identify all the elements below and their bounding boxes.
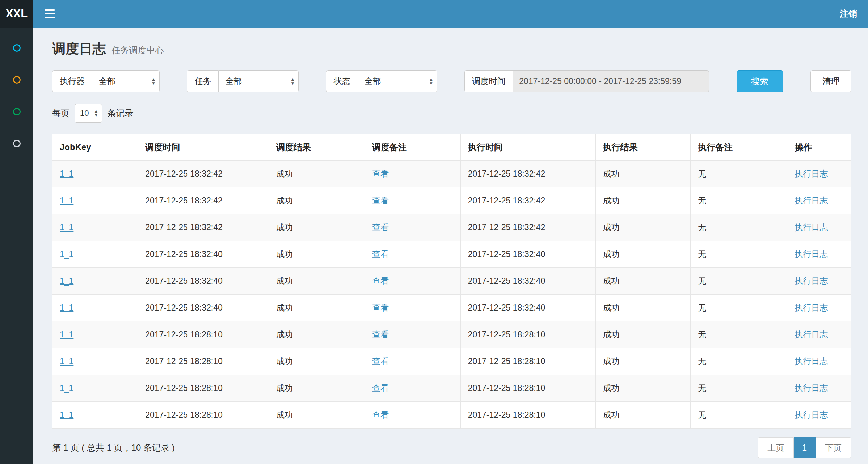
trigger-msg-cell: 查看 xyxy=(365,402,460,429)
trigger-msg-link[interactable]: 查看 xyxy=(372,357,389,366)
col-handle-time: 执行时间 xyxy=(460,134,595,161)
table-row: 1_12017-12-25 18:28:10成功查看2017-12-25 18:… xyxy=(52,348,851,375)
jobkey-link[interactable]: 1_1 xyxy=(60,303,73,312)
trigger-msg-link[interactable]: 查看 xyxy=(372,249,389,259)
page-size-select[interactable]: 10 ▲▼ xyxy=(75,104,102,123)
trigger-time-cell: 2017-12-25 18:28:10 xyxy=(138,375,269,402)
trigger-msg-cell: 查看 xyxy=(365,295,460,321)
exec-log-link[interactable]: 执行日志 xyxy=(795,196,828,205)
table-row: 1_12017-12-25 18:28:10成功查看2017-12-25 18:… xyxy=(52,402,851,429)
page-title: 调度日志 xyxy=(52,41,106,56)
handle-time-cell: 2017-12-25 18:28:10 xyxy=(460,375,595,402)
handle-time-cell: 2017-12-25 18:32:42 xyxy=(460,214,595,241)
job-select[interactable]: 全部 ▲▼ xyxy=(218,70,299,92)
exec-log-link[interactable]: 执行日志 xyxy=(795,410,828,419)
status-select[interactable]: 全部 ▲▼ xyxy=(358,70,437,92)
handle-time-cell: 2017-12-25 18:28:10 xyxy=(460,348,595,375)
trigger-msg-link[interactable]: 查看 xyxy=(372,410,389,419)
action-cell: 执行日志 xyxy=(787,348,851,375)
sidebar-item-4[interactable] xyxy=(0,127,33,159)
trigger-msg-link[interactable]: 查看 xyxy=(372,330,389,339)
jobkey-link[interactable]: 1_1 xyxy=(60,169,73,178)
sidebar-item-1[interactable] xyxy=(0,32,33,64)
sidebar-item-3[interactable] xyxy=(0,96,33,127)
jobkey-link[interactable]: 1_1 xyxy=(60,276,73,286)
table-row: 1_12017-12-25 18:32:42成功查看2017-12-25 18:… xyxy=(52,161,851,187)
item-3-circle-icon xyxy=(13,108,21,115)
exec-log-link[interactable]: 执行日志 xyxy=(795,383,828,393)
exec-log-link[interactable]: 执行日志 xyxy=(795,223,828,232)
trigger-time-filter-group: 调度时间 xyxy=(464,70,709,92)
trigger-msg-cell: 查看 xyxy=(365,321,460,348)
executor-select[interactable]: 全部 ▲▼ xyxy=(92,70,160,92)
jobkey-link[interactable]: 1_1 xyxy=(60,383,73,393)
item-1-circle-icon xyxy=(13,44,21,52)
current-page-button[interactable]: 1 xyxy=(794,437,816,458)
trigger-msg-link[interactable]: 查看 xyxy=(372,276,389,286)
exec-log-link[interactable]: 执行日志 xyxy=(795,169,828,178)
jobkey-cell: 1_1 xyxy=(52,375,138,402)
col-jobkey: JobKey xyxy=(52,134,138,161)
handle-result-cell: 成功 xyxy=(595,268,691,295)
jobkey-cell: 1_1 xyxy=(52,214,138,241)
sidebar-toggle-icon[interactable] xyxy=(43,7,56,20)
exec-log-link[interactable]: 执行日志 xyxy=(795,249,828,259)
action-cell: 执行日志 xyxy=(787,161,851,187)
next-page-button[interactable]: 下页 xyxy=(816,437,851,458)
exec-log-link[interactable]: 执行日志 xyxy=(795,303,828,312)
page-size-value: 10 xyxy=(80,109,89,118)
trigger-msg-cell: 查看 xyxy=(365,348,460,375)
sidebar-item-2[interactable] xyxy=(0,64,33,96)
jobkey-link[interactable]: 1_1 xyxy=(60,410,73,419)
trigger-time-cell: 2017-12-25 18:28:10 xyxy=(138,402,269,429)
logout-link[interactable]: 注销 xyxy=(840,8,857,20)
handle-result-cell: 成功 xyxy=(595,241,691,268)
select-stepper-icon: ▲▼ xyxy=(151,77,156,85)
exec-log-link[interactable]: 执行日志 xyxy=(795,330,828,339)
trigger-time-range-input[interactable] xyxy=(513,70,709,92)
handle-time-cell: 2017-12-25 18:32:42 xyxy=(460,161,595,187)
handle-msg-cell: 无 xyxy=(691,161,787,187)
page-size-suffix: 条记录 xyxy=(107,107,133,119)
jobkey-link[interactable]: 1_1 xyxy=(60,330,73,339)
table-row: 1_12017-12-25 18:28:10成功查看2017-12-25 18:… xyxy=(52,321,851,348)
job-select-value: 全部 xyxy=(225,76,242,87)
trigger-msg-link[interactable]: 查看 xyxy=(372,169,389,178)
trigger-msg-cell: 查看 xyxy=(365,241,460,268)
app-logo[interactable]: XXL xyxy=(0,0,33,28)
navbar-content: 注销 xyxy=(33,0,868,28)
jobkey-link[interactable]: 1_1 xyxy=(60,196,73,205)
action-cell: 执行日志 xyxy=(787,268,851,295)
jobkey-link[interactable]: 1_1 xyxy=(60,223,73,232)
jobkey-cell: 1_1 xyxy=(52,161,138,187)
jobkey-link[interactable]: 1_1 xyxy=(60,357,73,366)
action-cell: 执行日志 xyxy=(787,321,851,348)
jobkey-link[interactable]: 1_1 xyxy=(60,249,73,259)
handle-msg-cell: 无 xyxy=(691,348,787,375)
clear-button[interactable]: 清理 xyxy=(810,70,851,92)
exec-log-link[interactable]: 执行日志 xyxy=(795,276,828,286)
action-cell: 执行日志 xyxy=(787,214,851,241)
top-navbar: XXL 注销 xyxy=(0,0,868,28)
trigger-time-cell: 2017-12-25 18:32:42 xyxy=(138,161,269,187)
trigger-msg-link[interactable]: 查看 xyxy=(372,196,389,205)
action-cell: 执行日志 xyxy=(787,187,851,214)
trigger-msg-cell: 查看 xyxy=(365,214,460,241)
dispatch-log-table: JobKey 调度时间 调度结果 调度备注 执行时间 执行结果 执行备注 操作 … xyxy=(52,134,851,429)
status-select-value: 全部 xyxy=(365,76,381,87)
search-button[interactable]: 搜索 xyxy=(737,70,783,92)
pagination-info: 第 1 页 ( 总共 1 页，10 条记录 ) xyxy=(52,442,175,454)
handle-msg-cell: 无 xyxy=(691,187,787,214)
executor-filter-label: 执行器 xyxy=(52,70,92,92)
handle-result-cell: 成功 xyxy=(595,402,691,429)
trigger-msg-link[interactable]: 查看 xyxy=(372,223,389,232)
trigger-msg-link[interactable]: 查看 xyxy=(372,383,389,393)
action-cell: 执行日志 xyxy=(787,375,851,402)
jobkey-cell: 1_1 xyxy=(52,321,138,348)
exec-log-link[interactable]: 执行日志 xyxy=(795,357,828,366)
executor-filter-group: 执行器 全部 ▲▼ xyxy=(52,70,160,92)
trigger-msg-link[interactable]: 查看 xyxy=(372,303,389,312)
action-cell: 执行日志 xyxy=(787,241,851,268)
page-size-prefix: 每页 xyxy=(52,107,69,119)
prev-page-button[interactable]: 上页 xyxy=(758,437,794,458)
